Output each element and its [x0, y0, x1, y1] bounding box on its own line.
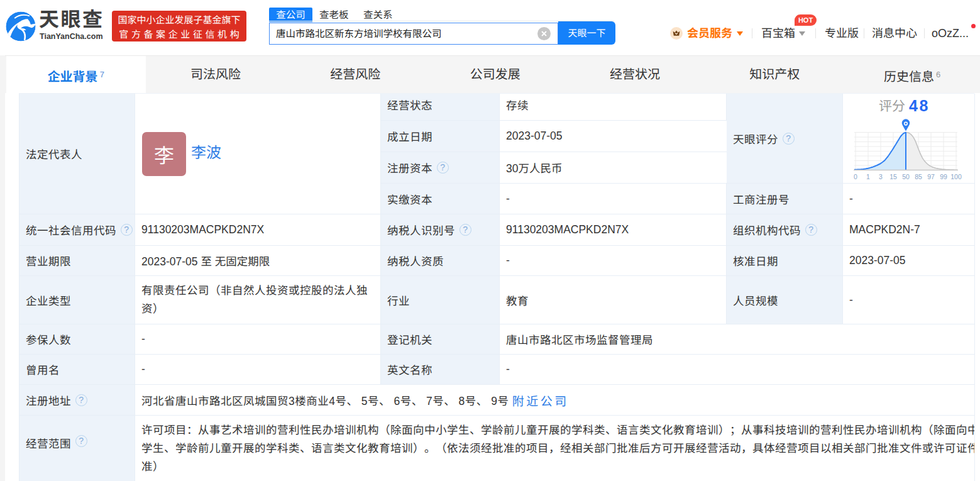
svg-text:15: 15: [889, 173, 897, 180]
svg-text:100: 100: [950, 173, 962, 180]
svg-text:97: 97: [927, 173, 935, 180]
svg-text:3: 3: [879, 173, 883, 180]
svg-text:48: 48: [909, 97, 930, 114]
svg-text:0: 0: [854, 173, 857, 180]
svg-text:85: 85: [915, 173, 922, 180]
svg-text:50: 50: [902, 173, 910, 180]
svg-text:评分: 评分: [879, 96, 905, 114]
svg-text:1: 1: [866, 173, 870, 180]
svg-text:99: 99: [940, 173, 947, 180]
